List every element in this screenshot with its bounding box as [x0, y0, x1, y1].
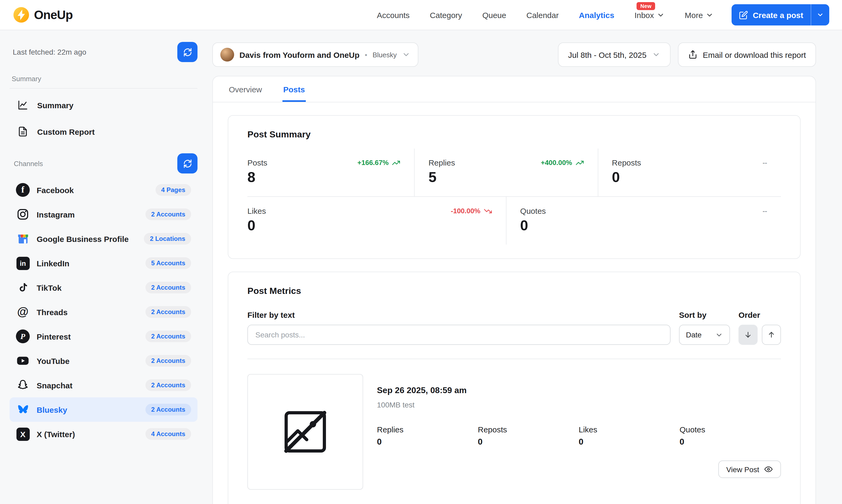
sidebar-item-youtube[interactable]: YouTube 2 Accounts	[10, 348, 197, 373]
metric-label: Replies	[428, 158, 455, 167]
chevron-down-icon	[652, 50, 660, 59]
nav-item-accounts[interactable]: Accounts	[377, 10, 409, 19]
oneup-logo[interactable]: OneUp	[13, 6, 73, 23]
channel-count-badge: 2 Accounts	[145, 209, 191, 220]
sidebar-item-bluesky[interactable]: Bluesky 2 Accounts	[10, 397, 197, 422]
order-ascending-button[interactable]	[762, 325, 781, 345]
refresh-summary-button[interactable]	[177, 42, 197, 62]
sort-by-label: Sort by	[679, 310, 730, 319]
nav-item-inbox[interactable]: New Inbox	[634, 10, 664, 19]
channel-count-badge: 5 Accounts	[145, 257, 191, 269]
main-content: Davis from Youform and OneUp • Bluesky J…	[212, 30, 842, 504]
facebook-icon: f	[16, 183, 30, 197]
sidebar-item-linkedin[interactable]: in LinkedIn 5 Accounts	[10, 251, 197, 275]
metric-label: Posts	[247, 158, 267, 167]
search-posts-input[interactable]	[247, 325, 670, 345]
nav-item-analytics[interactable]: Analytics	[579, 10, 614, 19]
summary-section-label: Summary	[10, 75, 197, 83]
post-metrics-title: Post Metrics	[247, 286, 781, 296]
channel-label: Instagram	[37, 210, 139, 219]
metric-value: 5	[428, 169, 584, 186]
account-channel: Bluesky	[372, 51, 397, 59]
tab-posts[interactable]: Posts	[282, 76, 306, 102]
broken-image-icon	[280, 407, 331, 457]
app-root: OneUp Accounts Category Queue Calendar A…	[0, 0, 842, 504]
sidebar-item-google-business-profile[interactable]: Google Business Profile 2 Locations	[10, 227, 197, 251]
nav-label: Category	[430, 10, 462, 19]
tab-overview[interactable]: Overview	[228, 76, 263, 102]
order-group: Order	[738, 310, 781, 345]
youtube-icon	[16, 354, 30, 368]
metric-change-value: +166.67%	[357, 159, 389, 167]
metric-cell-posts: Posts +166.67% 8	[247, 148, 414, 196]
sidebar-item-x-twitter[interactable]: X X (Twitter) 4 Accounts	[10, 422, 197, 446]
metric-change: --	[762, 207, 767, 215]
account-selector[interactable]: Davis from Youform and OneUp • Bluesky	[212, 42, 419, 67]
sidebar-item-instagram[interactable]: Instagram 2 Accounts	[10, 202, 197, 227]
post-stats-row: Replies 0 Reposts 0 Likes	[377, 425, 781, 447]
channel-label: Facebook	[37, 185, 148, 195]
trend-up-icon	[575, 158, 584, 167]
nav-item-more[interactable]: More	[685, 10, 714, 19]
last-fetched-text: Last fetched: 22m ago	[13, 48, 86, 56]
refresh-channels-button[interactable]	[177, 153, 197, 174]
sidebar-item-snapchat[interactable]: Snapchat 2 Accounts	[10, 373, 197, 397]
metric-cell-replies: Replies +400.00% 5	[414, 148, 598, 196]
sidebar-item-tiktok[interactable]: TikTok 2 Accounts	[10, 275, 197, 300]
view-post-button[interactable]: View Post	[718, 461, 781, 478]
create-post-label: Create a post	[753, 10, 803, 19]
chart-icon	[16, 98, 30, 112]
create-post-button[interactable]: Create a post	[732, 4, 829, 25]
sort-select[interactable]: Date	[679, 325, 730, 345]
nav-item-category[interactable]: Category	[430, 10, 462, 19]
chevron-down-icon	[715, 331, 723, 339]
sidebar-item-summary[interactable]: Summary	[10, 92, 197, 118]
post-stat-label: Likes	[579, 425, 680, 434]
export-report-button[interactable]: Email or download this report	[678, 42, 816, 67]
filter-by-text-label: Filter by text	[247, 310, 670, 319]
sidebar-item-threads[interactable]: @ Threads 2 Accounts	[10, 300, 197, 324]
post-date: Sep 26 2025, 08:59 am	[377, 386, 781, 395]
sidebar: Last fetched: 22m ago Summary Summary Cu…	[0, 30, 212, 504]
view-post-label: View Post	[726, 465, 759, 473]
channel-count-badge: 2 Accounts	[145, 355, 191, 366]
sidebar-item-pinterest[interactable]: P Pinterest 2 Accounts	[10, 324, 197, 348]
metric-change: +166.67%	[357, 158, 400, 167]
x-twitter-icon: X	[16, 427, 30, 441]
channel-count-badge: 2 Accounts	[145, 306, 191, 318]
lightning-bolt-icon	[13, 6, 30, 23]
metric-change: -100.00%	[451, 206, 492, 215]
nav-label: More	[685, 10, 703, 19]
sidebar-item-label: Custom Report	[37, 127, 95, 136]
arrow-up-icon	[767, 330, 776, 339]
date-range-selector[interactable]: Jul 8th - Oct 5th, 2025	[558, 42, 670, 67]
post-stat-label: Replies	[377, 425, 478, 434]
logo-text: OneUp	[34, 8, 73, 22]
sidebar-item-custom-report[interactable]: Custom Report	[10, 118, 197, 145]
post-stat-value: 0	[377, 437, 478, 447]
order-descending-button[interactable]	[738, 325, 758, 345]
channels-header: Channels	[10, 153, 197, 174]
export-report-label: Email or download this report	[703, 50, 806, 59]
document-icon	[16, 125, 30, 139]
top-navbar: OneUp Accounts Category Queue Calendar A…	[0, 0, 842, 30]
metric-label: Quotes	[520, 206, 546, 215]
threads-icon: @	[16, 305, 30, 319]
post-summary-title: Post Summary	[247, 129, 781, 140]
sort-select-value: Date	[686, 330, 702, 339]
channel-label: Bluesky	[37, 405, 139, 414]
post-stat-value: 0	[478, 437, 579, 447]
metric-cell-reposts: Reposts -- 0	[598, 148, 781, 196]
nav-item-queue[interactable]: Queue	[482, 10, 506, 19]
nav-item-calendar[interactable]: Calendar	[526, 10, 559, 19]
order-label: Order	[738, 310, 781, 319]
chevron-down-icon	[657, 11, 665, 19]
metric-cell-likes: Likes -100.00% 0	[247, 197, 506, 245]
create-post-dropdown-toggle[interactable]	[811, 4, 829, 25]
post-summary-card: Post Summary Posts +166.67%	[228, 115, 801, 259]
post-details: Sep 26 2025, 08:59 am 100MB test Replies…	[377, 374, 781, 490]
metric-change: +400.00%	[541, 158, 584, 167]
toolbar-right: Jul 8th - Oct 5th, 2025 Email or downloa…	[558, 42, 816, 67]
cards-container: Post Summary Posts +166.67%	[213, 102, 815, 504]
sidebar-item-facebook[interactable]: f Facebook 4 Pages	[10, 178, 197, 202]
